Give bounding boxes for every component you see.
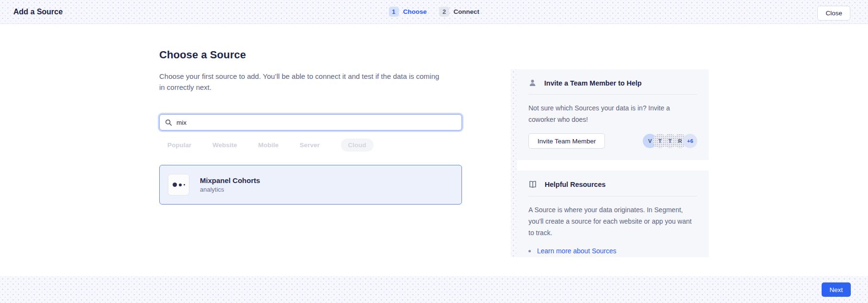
card-title: Invite a Team Member to Help <box>544 79 642 87</box>
person-icon <box>528 79 537 87</box>
book-icon <box>528 180 537 189</box>
step-choose[interactable]: 1 Choose <box>389 7 427 17</box>
helpful-resources-card: Helpful Resources A Source is where your… <box>517 171 709 257</box>
invite-card-body: Not sure which Sources your data is in? … <box>528 102 697 125</box>
category-filter-tabs: Popular Website Mobile Server Cloud <box>167 139 465 152</box>
filter-tab-cloud[interactable]: Cloud <box>341 139 374 152</box>
step-label: Connect <box>453 8 479 15</box>
page-title: Add a Source <box>13 8 63 16</box>
step-label: Choose <box>403 8 427 15</box>
section-description: Choose your first source to add. You’ll … <box>159 71 446 93</box>
resources-link-list: Learn more about Sources <box>528 247 697 255</box>
step-number-badge: 1 <box>389 7 399 17</box>
card-title: Helpful Resources <box>545 181 605 188</box>
step-connect[interactable]: 2 Connect <box>439 7 479 17</box>
source-search-box <box>159 114 462 130</box>
close-button[interactable]: Close <box>817 6 850 21</box>
filter-tab-popular[interactable]: Popular <box>167 139 191 152</box>
stepper: 1 Choose 2 Connect <box>389 7 480 17</box>
list-item: Learn more about Sources <box>528 247 697 255</box>
source-result-mixpanel-cohorts[interactable]: Mixpanel Cohorts analytics <box>159 165 462 205</box>
filter-tab-website[interactable]: Website <box>212 139 237 152</box>
resources-card-body: A Source is where your data originates. … <box>528 204 697 238</box>
main-area: Choose a Source Choose your first source… <box>0 24 868 276</box>
step-number-badge: 2 <box>439 7 449 17</box>
learn-more-sources-link[interactable]: Learn more about Sources <box>537 247 616 255</box>
add-source-page: Add a Source 1 Choose 2 Connect Close Ch… <box>0 0 868 303</box>
source-result-title: Mixpanel Cohorts <box>200 176 260 184</box>
next-button[interactable]: Next <box>822 282 851 297</box>
section-heading: Choose a Source <box>159 49 465 61</box>
search-input[interactable] <box>176 119 456 126</box>
avatar-overflow-count: +6 <box>683 134 697 148</box>
invite-team-card: Invite a Team Member to Help Not sure wh… <box>517 69 709 160</box>
sidebar-divider-strip <box>511 69 517 257</box>
help-sidebar: Invite a Team Member to Help Not sure wh… <box>517 69 709 257</box>
source-result-category: analytics <box>200 186 260 193</box>
header: Add a Source 1 Choose 2 Connect Close <box>0 0 868 24</box>
invite-team-member-button[interactable]: Invite Team Member <box>528 133 605 149</box>
team-avatars: V T T R +6 <box>643 134 697 148</box>
search-icon <box>165 119 172 126</box>
footer: Next <box>0 276 868 303</box>
choose-source-panel: Choose a Source Choose your first source… <box>159 49 465 205</box>
filter-tab-mobile[interactable]: Mobile <box>258 139 279 152</box>
mixpanel-dots-logo <box>168 174 189 195</box>
filter-tab-server[interactable]: Server <box>300 139 320 152</box>
